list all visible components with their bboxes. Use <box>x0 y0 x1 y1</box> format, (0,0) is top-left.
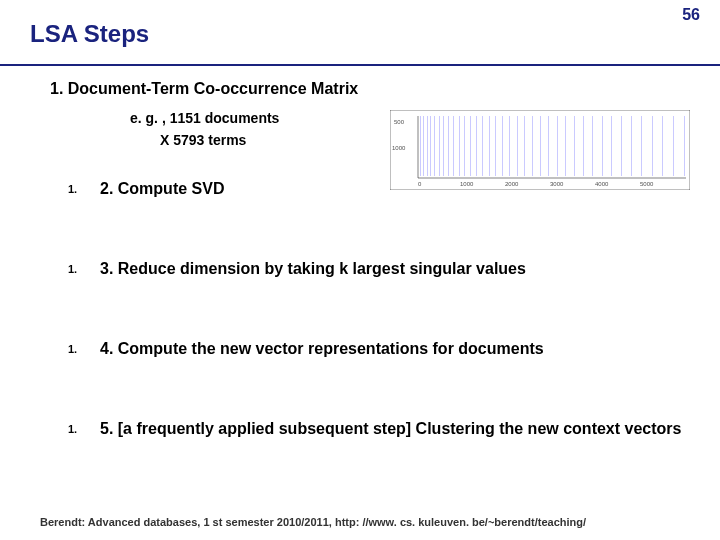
svg-rect-24 <box>557 116 558 176</box>
svg-rect-14 <box>482 116 483 176</box>
step-5-text: 5. [a frequently applied subsequent step… <box>100 420 681 438</box>
step-3-text: 3. Reduce dimension by taking k largest … <box>100 260 526 278</box>
step-4-text: 4. Compute the new vector representation… <box>100 340 544 358</box>
svg-rect-9 <box>453 116 454 176</box>
svg-rect-19 <box>517 116 518 176</box>
svg-rect-28 <box>592 116 593 176</box>
svg-text:2000: 2000 <box>505 181 519 187</box>
step-4-row: 1. 4. Compute the new vector representat… <box>68 340 544 358</box>
svg-text:4000: 4000 <box>595 181 609 187</box>
svg-text:3000: 3000 <box>550 181 564 187</box>
svg-rect-22 <box>540 116 541 176</box>
list-marker: 1. <box>68 423 100 435</box>
svg-rect-16 <box>495 116 496 176</box>
svg-rect-21 <box>532 116 533 176</box>
svg-text:1000: 1000 <box>392 145 406 151</box>
svg-rect-30 <box>611 116 612 176</box>
svg-rect-4 <box>430 116 431 176</box>
svg-rect-32 <box>631 116 632 176</box>
list-marker: 1. <box>68 343 100 355</box>
svg-rect-36 <box>673 116 674 176</box>
list-marker: 1. <box>68 263 100 275</box>
svg-rect-23 <box>548 116 549 176</box>
svg-rect-37 <box>684 116 685 176</box>
svg-rect-35 <box>662 116 663 176</box>
svg-rect-3 <box>427 116 428 176</box>
svg-rect-13 <box>476 116 477 176</box>
svg-rect-29 <box>602 116 603 176</box>
svg-rect-5 <box>434 116 435 176</box>
svg-rect-6 <box>439 116 440 176</box>
svg-rect-8 <box>448 116 449 176</box>
occurrence-matrix-plot: 500 1000 0 1000 2000 3000 4000 5000 <box>390 110 690 190</box>
svg-rect-2 <box>423 116 424 176</box>
svg-rect-20 <box>524 116 525 176</box>
svg-rect-31 <box>621 116 622 176</box>
step-3-row: 1. 3. Reduce dimension by taking k large… <box>68 260 526 278</box>
step-1-sub-b: X 5793 terms <box>160 132 246 148</box>
svg-rect-34 <box>652 116 653 176</box>
svg-text:500: 500 <box>394 119 405 125</box>
step-1-sub-a: e. g. , 1151 documents <box>130 110 279 126</box>
svg-rect-15 <box>489 116 490 176</box>
step-5-row: 1. 5. [a frequently applied subsequent s… <box>68 420 681 438</box>
svg-rect-10 <box>459 116 460 176</box>
svg-rect-25 <box>565 116 566 176</box>
svg-rect-18 <box>509 116 510 176</box>
svg-rect-7 <box>443 116 444 176</box>
svg-rect-27 <box>583 116 584 176</box>
step-1: 1. Document-Term Co-occurrence Matrix <box>50 80 358 98</box>
svg-text:5000: 5000 <box>640 181 654 187</box>
slide-footer: Berendt: Advanced databases, 1 st semest… <box>40 516 586 528</box>
svg-rect-1 <box>420 116 421 176</box>
svg-rect-17 <box>502 116 503 176</box>
svg-text:1000: 1000 <box>460 181 474 187</box>
step-2-text: 2. Compute SVD <box>100 180 224 198</box>
slide-title: LSA Steps <box>30 20 149 48</box>
title-divider <box>0 64 720 66</box>
page-number: 56 <box>682 6 700 24</box>
list-marker: 1. <box>68 183 100 195</box>
svg-rect-12 <box>470 116 471 176</box>
svg-rect-26 <box>574 116 575 176</box>
svg-rect-33 <box>641 116 642 176</box>
svg-rect-11 <box>464 116 465 176</box>
step-2-row: 1. 2. Compute SVD <box>68 180 224 198</box>
